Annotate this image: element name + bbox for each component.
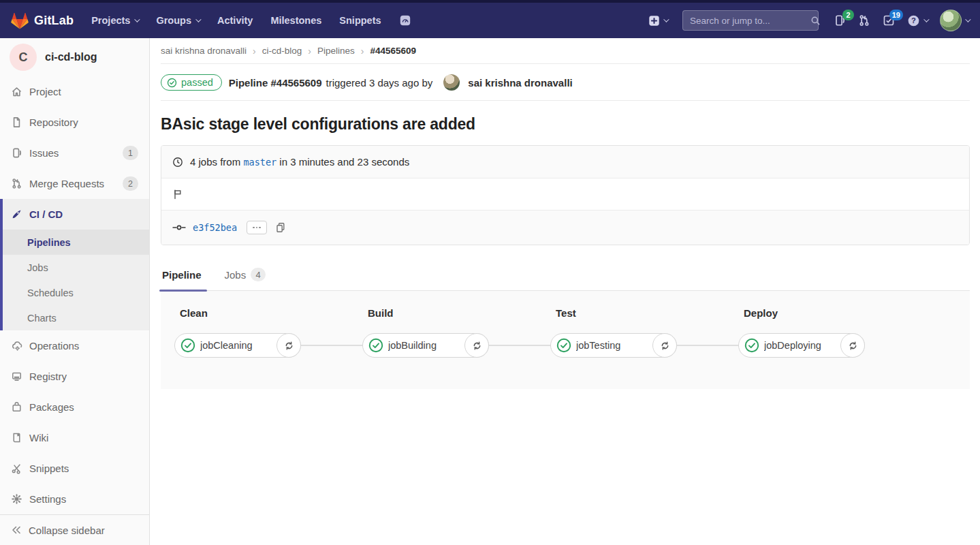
sidebar-item-snippets[interactable]: Snippets	[0, 453, 149, 484]
nav-activity[interactable]: Activity	[217, 15, 253, 26]
merge-requests-count-badge: 2	[123, 176, 138, 191]
breadcrumb: sai krishna dronavalli › ci-cd-blog › Pi…	[161, 38, 970, 64]
rocket-icon	[11, 208, 22, 220]
copy-sha-button[interactable]	[274, 221, 287, 234]
check-circle-icon	[167, 78, 177, 88]
help-menu-button[interactable]: ?	[907, 14, 928, 27]
chevron-down-icon	[965, 16, 970, 22]
merge-request-icon	[858, 14, 870, 27]
stage-deploy: Deploy jobDeploying	[738, 307, 865, 358]
pipeline-triggered-text: triggered 3 days ago by	[326, 77, 433, 89]
navbar-right: 2 19 ?	[648, 10, 969, 31]
breadcrumb-current: #44565609	[370, 46, 416, 56]
cicd-subnav: Pipelines Jobs Schedules Charts	[3, 230, 149, 330]
commit-sha-link[interactable]: e3f52bea	[193, 222, 237, 233]
issues-icon	[11, 147, 22, 159]
svg-text:?: ?	[911, 16, 916, 25]
sidebar-item-charts[interactable]: Charts	[3, 305, 149, 330]
todos-count-badge: 19	[889, 10, 903, 20]
merge-request-icon	[11, 178, 22, 189]
breadcrumb-project[interactable]: ci-cd-blog	[262, 46, 302, 56]
nav-snippets[interactable]: Snippets	[339, 15, 381, 26]
new-menu-button[interactable]	[648, 15, 667, 27]
top-navbar: GitLab Projects Groups Activity Mileston…	[0, 3, 980, 38]
sidebar-item-merge-requests[interactable]: Merge Requests 2	[0, 168, 149, 199]
status-success-icon	[368, 338, 383, 353]
pipeline-graph: Clean jobCleaning Build	[161, 291, 970, 389]
merge-requests-shortcut-button[interactable]	[858, 14, 870, 27]
job-name: jobTesting	[576, 340, 620, 351]
breadcrumb-separator: ›	[361, 46, 364, 57]
user-menu-button[interactable]	[940, 10, 969, 31]
operations-dashboard-button[interactable]	[399, 14, 411, 27]
sidebar-item-project[interactable]: Project	[0, 76, 149, 107]
plus-menu-icon	[648, 15, 660, 27]
dashboard-icon	[399, 14, 411, 27]
project-sidebar: C ci-cd-blog Project Repository Iss	[0, 38, 150, 545]
collapse-sidebar-button[interactable]: Collapse sidebar	[0, 514, 149, 545]
retry-job-button[interactable]	[840, 333, 865, 358]
gitlab-logo[interactable]: GitLab	[11, 12, 74, 29]
gear-icon	[11, 493, 22, 505]
retry-job-button[interactable]	[464, 333, 489, 358]
clock-icon	[172, 157, 183, 168]
tab-pipeline[interactable]: Pipeline	[161, 261, 203, 290]
pipeline-summary-row: 4 jobs from master in 3 minutes and 23 s…	[161, 146, 969, 178]
search-input[interactable]	[690, 16, 810, 26]
pipeline-flags-row	[161, 178, 969, 210]
sidebar-item-jobs[interactable]: Jobs	[3, 255, 149, 280]
sidebar-item-packages[interactable]: Packages	[0, 392, 149, 422]
nav-milestones[interactable]: Milestones	[270, 15, 321, 26]
retry-job-button[interactable]	[652, 333, 677, 358]
breadcrumb-user[interactable]: sai krishna dronavalli	[161, 46, 247, 56]
job-pill-jobbuilding[interactable]: jobBuilding	[362, 333, 489, 358]
nav-projects[interactable]: Projects	[91, 15, 138, 26]
chevron-down-icon	[195, 16, 201, 22]
jobs-count-badge: 4	[251, 268, 266, 281]
tab-jobs[interactable]: Jobs 4	[223, 261, 268, 290]
project-avatar: C	[10, 44, 37, 71]
sidebar-item-settings[interactable]: Settings	[0, 484, 149, 514]
pipeline-author-link[interactable]: sai krishna dronavalli	[468, 77, 572, 89]
sidebar-item-repository[interactable]: Repository	[0, 107, 149, 138]
issues-shortcut-button[interactable]: 2	[834, 14, 846, 27]
sidebar-item-registry[interactable]: Registry	[0, 361, 149, 392]
home-icon	[11, 86, 22, 97]
stage-name: Test	[556, 307, 677, 319]
job-pill-jobdeploying[interactable]: jobDeploying	[738, 333, 865, 358]
stage-build: Build jobBuilding	[362, 307, 489, 358]
job-pill-jobtesting[interactable]: jobTesting	[550, 333, 677, 358]
sidebar-menu: Project Repository Issues 1 Merge Re	[0, 76, 149, 514]
commit-icon	[172, 223, 186, 232]
breadcrumb-separator: ›	[308, 46, 311, 57]
sidebar-item-issues[interactable]: Issues 1	[0, 138, 149, 168]
author-avatar[interactable]	[443, 74, 460, 91]
commit-description-toggle[interactable]	[247, 221, 267, 234]
sidebar-item-cicd[interactable]: CI / CD	[3, 199, 149, 230]
sidebar-item-pipelines[interactable]: Pipelines	[3, 230, 149, 255]
status-success-icon	[180, 338, 195, 353]
double-chevron-left-icon	[11, 525, 22, 535]
pipeline-tabs: Pipeline Jobs 4	[161, 261, 970, 291]
pipeline-status-badge[interactable]: passed	[161, 74, 222, 91]
status-success-icon	[744, 338, 759, 353]
stage-name: Build	[368, 307, 489, 319]
retry-job-button[interactable]	[276, 333, 301, 358]
search-box	[682, 10, 819, 31]
project-context[interactable]: C ci-cd-blog	[0, 38, 149, 76]
search-icon	[810, 16, 821, 26]
document-icon	[11, 116, 22, 128]
branch-ref-link[interactable]: master	[243, 157, 276, 168]
job-name: jobBuilding	[388, 340, 437, 351]
primary-nav: Projects Groups Activity Milestones Snip…	[91, 14, 411, 27]
job-pill-jobcleaning[interactable]: jobCleaning	[174, 333, 301, 358]
jobs-summary-text: 4 jobs from master in 3 minutes and 23 s…	[190, 156, 409, 168]
sidebar-item-schedules[interactable]: Schedules	[3, 280, 149, 305]
breadcrumb-pipelines[interactable]: Pipelines	[317, 46, 355, 56]
tanuki-icon	[11, 12, 29, 29]
nav-groups[interactable]: Groups	[156, 15, 200, 26]
todos-button[interactable]: 19	[883, 14, 895, 27]
sidebar-item-wiki[interactable]: Wiki	[0, 422, 149, 453]
stage-test: Test jobTesting	[550, 307, 677, 358]
sidebar-item-operations[interactable]: Operations	[0, 330, 149, 361]
